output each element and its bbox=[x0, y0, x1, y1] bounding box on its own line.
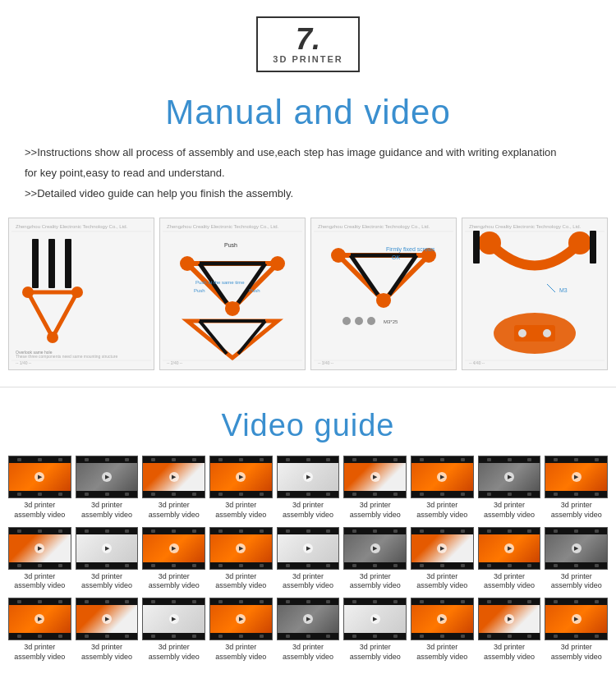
video-thumb-1-6[interactable]: ▶ bbox=[343, 456, 407, 498]
svg-text:Push: Push bbox=[194, 288, 205, 293]
video-item-1-1[interactable]: ▶ 3d printerassembly video bbox=[8, 456, 71, 520]
manual-image-1: Zhengzhou Creality Electronic Technology… bbox=[8, 218, 154, 370]
video-row-3: ▶ 3d printerassembly video ▶ 3d printera… bbox=[8, 598, 608, 662]
svg-rect-4 bbox=[48, 239, 55, 288]
video-thumb-2-4[interactable]: ▶ bbox=[209, 527, 273, 570]
svg-point-19 bbox=[180, 256, 195, 271]
video-thumb-3-7[interactable]: ▶ bbox=[411, 598, 474, 640]
video-item-2-5[interactable]: ▶ 3d printerassembly video bbox=[277, 527, 340, 591]
video-thumb-2-9[interactable]: ▶ bbox=[545, 527, 608, 570]
svg-point-38 bbox=[331, 248, 346, 263]
video-item-3-7[interactable]: ▶ 3d printerassembly video bbox=[411, 598, 474, 662]
video-label-3-1: 3d printerassembly video bbox=[8, 643, 71, 662]
svg-rect-3 bbox=[32, 239, 39, 288]
step-subtitle: 3D PRINTER bbox=[273, 54, 342, 64]
video-thumb-2-5[interactable]: ▶ bbox=[277, 527, 340, 570]
video-item-1-5[interactable]: ▶ 3d printerassembly video bbox=[277, 456, 340, 520]
svg-rect-14 bbox=[163, 218, 302, 366]
video-thumb-3-2[interactable]: ▶ bbox=[76, 598, 139, 640]
video-item-3-9[interactable]: ▶ 3d printerassembly video bbox=[545, 598, 608, 662]
svg-text:Firmly fixed screws: Firmly fixed screws bbox=[386, 246, 435, 253]
video-thumb-1-5[interactable]: ▶ bbox=[277, 456, 340, 498]
video-item-2-6[interactable]: ▶ 3d printerassembly video bbox=[343, 527, 407, 591]
video-label-1-6: 3d printerassembly video bbox=[343, 501, 407, 520]
manual-image-4: Zhengzhou Creality Electronic Technology… bbox=[462, 218, 608, 370]
svg-text:Push: Push bbox=[224, 242, 237, 248]
video-label-1-9: 3d printerassembly video bbox=[545, 501, 608, 520]
video-thumb-1-2[interactable]: ▶ bbox=[76, 456, 139, 498]
video-item-2-4[interactable]: ▶ 3d printerassembly video bbox=[209, 527, 273, 591]
svg-point-61 bbox=[518, 329, 526, 337]
video-section-title: Video guide bbox=[8, 400, 608, 456]
video-thumb-3-8[interactable]: ▶ bbox=[478, 598, 541, 640]
manual-grid: Zhengzhou Creality Electronic Technology… bbox=[0, 218, 616, 387]
svg-rect-57 bbox=[473, 231, 480, 264]
manual-image-2: Zhengzhou Creality Electronic Technology… bbox=[159, 218, 306, 370]
svg-text:Zhengzhou Creality Electronic : Zhengzhou Creality Electronic Technology… bbox=[16, 224, 128, 229]
svg-text:Zhengzhou Creality Electronic : Zhengzhou Creality Electronic Technology… bbox=[318, 224, 430, 229]
svg-point-48 bbox=[367, 317, 375, 325]
step-number: 7. bbox=[273, 25, 342, 54]
svg-rect-5 bbox=[65, 239, 71, 288]
svg-point-47 bbox=[355, 317, 363, 325]
video-thumb-3-5[interactable]: ▶ bbox=[277, 598, 340, 640]
video-thumb-1-8[interactable]: ▶ bbox=[478, 456, 541, 498]
video-thumb-2-3[interactable]: ▶ bbox=[142, 527, 205, 570]
video-thumb-3-3[interactable]: ▶ bbox=[142, 598, 205, 640]
svg-point-62 bbox=[543, 329, 551, 337]
video-label-3-5: 3d printerassembly video bbox=[277, 643, 340, 662]
svg-text:Push at the same time: Push at the same time bbox=[195, 280, 245, 285]
video-item-3-1[interactable]: ▶ 3d printerassembly video bbox=[8, 598, 71, 662]
video-thumb-3-6[interactable]: ▶ bbox=[343, 598, 407, 640]
instruction-line3: >>Detailed video guide can help you fini… bbox=[25, 186, 591, 203]
video-thumb-2-8[interactable]: ▶ bbox=[478, 527, 541, 570]
video-item-1-3[interactable]: ▶ 3d printerassembly video bbox=[142, 456, 205, 520]
svg-point-56 bbox=[568, 231, 591, 254]
video-thumb-2-7[interactable]: ▶ bbox=[411, 527, 474, 570]
video-label-2-9: 3d printerassembly video bbox=[545, 572, 608, 591]
video-item-1-9[interactable]: ▶ 3d printerassembly video bbox=[545, 456, 608, 520]
video-item-2-3[interactable]: ▶ 3d printerassembly video bbox=[142, 527, 205, 591]
video-item-2-9[interactable]: ▶ 3d printerassembly video bbox=[545, 527, 608, 591]
video-item-2-7[interactable]: ▶ 3d printerassembly video bbox=[411, 527, 474, 591]
video-item-3-6[interactable]: ▶ 3d printerassembly video bbox=[343, 598, 407, 662]
video-item-3-3[interactable]: ▶ 3d printerassembly video bbox=[142, 598, 205, 662]
video-item-3-2[interactable]: ▶ 3d printerassembly video bbox=[76, 598, 139, 662]
video-thumb-1-3[interactable]: ▶ bbox=[142, 456, 205, 498]
instructions: >>Instructions show all process of assem… bbox=[0, 140, 616, 218]
video-item-2-1[interactable]: ▶ 3d printerassembly video bbox=[8, 527, 71, 591]
video-thumb-1-9[interactable]: ▶ bbox=[545, 456, 608, 498]
svg-text:Zhengzhou Creality Electronic : Zhengzhou Creality Electronic Technology… bbox=[167, 224, 279, 229]
video-label-3-4: 3d printerassembly video bbox=[209, 643, 273, 662]
svg-text:Overlook same hole: Overlook same hole bbox=[16, 350, 53, 355]
video-thumb-2-2[interactable]: ▶ bbox=[76, 527, 139, 570]
svg-point-21 bbox=[225, 301, 240, 316]
video-item-2-8[interactable]: ▶ 3d printerassembly video bbox=[478, 527, 541, 591]
svg-point-20 bbox=[270, 256, 285, 271]
video-label-1-8: 3d printerassembly video bbox=[478, 501, 541, 520]
video-row-2: ▶ 3d printerassembly video ▶ 3d printera… bbox=[8, 527, 608, 591]
video-thumb-2-1[interactable]: ▶ bbox=[8, 527, 71, 570]
video-item-3-5[interactable]: ▶ 3d printerassembly video bbox=[277, 598, 340, 662]
manual-image-3: Zhengzhou Creality Electronic Technology… bbox=[310, 218, 457, 370]
video-item-1-4[interactable]: ▶ 3d printerassembly video bbox=[209, 456, 273, 520]
video-item-2-2[interactable]: ▶ 3d printerassembly video bbox=[76, 527, 139, 591]
video-thumb-3-4[interactable]: ▶ bbox=[209, 598, 273, 640]
video-section: Video guide ▶ 3d printerassembly video ▶ bbox=[0, 387, 616, 676]
video-thumb-2-6[interactable]: ▶ bbox=[343, 527, 407, 570]
video-item-3-8[interactable]: ▶ 3d printerassembly video bbox=[478, 598, 541, 662]
video-thumb-3-9[interactable]: ▶ bbox=[545, 598, 608, 640]
video-item-1-6[interactable]: ▶ 3d printerassembly video bbox=[343, 456, 407, 520]
video-label-3-6: 3d printerassembly video bbox=[343, 643, 407, 662]
video-item-1-2[interactable]: ▶ 3d printerassembly video bbox=[76, 456, 139, 520]
video-thumb-1-7[interactable]: ▶ bbox=[411, 456, 474, 498]
video-item-1-8[interactable]: ▶ 3d printerassembly video bbox=[478, 456, 541, 520]
video-thumb-3-1[interactable]: ▶ bbox=[8, 598, 71, 640]
video-thumb-1-4[interactable]: ▶ bbox=[209, 456, 273, 498]
video-item-1-7[interactable]: ▶ 3d printerassembly video bbox=[411, 456, 474, 520]
video-label-3-7: 3d printerassembly video bbox=[411, 643, 474, 662]
svg-point-8 bbox=[71, 286, 83, 298]
video-item-3-4[interactable]: ▶ 3d printerassembly video bbox=[209, 598, 273, 662]
video-thumb-1-1[interactable]: ▶ bbox=[8, 456, 71, 498]
video-label-1-2: 3d printerassembly video bbox=[76, 501, 139, 520]
